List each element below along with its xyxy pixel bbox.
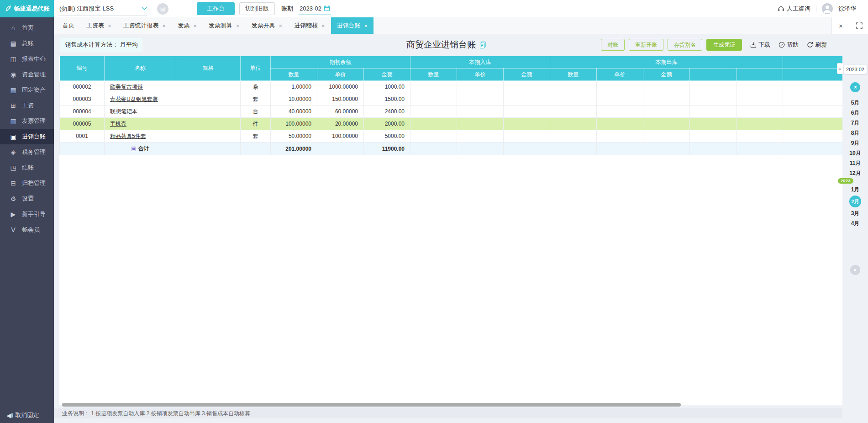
sidebar-item-funds[interactable]: ◉资金管理 [0,67,54,82]
cell-opening-amount: 1500.00 [364,93,410,106]
month-7月[interactable]: 7月 [842,118,868,128]
item-name-link[interactable]: 青花瓷U盘钢笔套装 [110,96,158,102]
fullscreen-button[interactable] [850,17,868,34]
cell-empty [504,106,550,118]
sidebar-item-beginner-guide[interactable]: ▶新手引导 [0,206,54,222]
month-2月[interactable]: 2月 [849,196,861,207]
month-10月[interactable]: 10月 [842,148,868,158]
close-icon[interactable]: × [163,22,166,29]
collapse-rail-button[interactable]: » [837,63,843,74]
close-icon[interactable]: × [364,22,368,29]
help-button[interactable]: ? 帮助 [779,41,799,49]
company-selector[interactable]: (勿删) 江西服宝-LSS [59,2,147,16]
month-6月[interactable]: 6月 [842,108,868,118]
cell-unit: 条 [241,81,271,93]
button-重新开账[interactable]: 重新开账 [629,39,663,51]
clipboard-icon[interactable]: ▤ [157,3,168,15]
sidebar-item-general-ledger[interactable]: ▤总账 [0,36,54,51]
button-存货别名[interactable]: 存货别名 [668,39,702,51]
item-name-link[interactable]: 精品茶具5件套 [110,133,146,139]
cell-opening-qty: 10.00000 [271,93,317,106]
group-header: 本期入库 [410,56,550,69]
company-name: (勿删) 江西服宝-LSS [59,5,138,13]
avatar[interactable] [822,3,833,14]
document-icon[interactable] [479,41,487,49]
sidebar-item-settings[interactable]: ⚙设置 [0,191,54,206]
month-5月[interactable]: 5月 [842,98,868,108]
button-对账[interactable]: 对账 [601,39,625,51]
column-header: 编号 [60,56,105,81]
tab-首页[interactable]: 首页 [57,17,80,34]
cell-unit: 件 [241,118,271,130]
topbar: 畅捷通易代账 (勿删) 江西服宝-LSS ▤ 工作台 切到旧版 账期 2023-… [0,0,868,17]
archive-icon: ⊟ [10,180,17,187]
month-9月[interactable]: 9月 [842,138,868,148]
sidebar-item-tax[interactable]: ◈税务管理 [0,144,54,160]
close-icon[interactable]: × [321,22,325,29]
calendar-icon [324,5,330,11]
cell-empty [457,143,504,155]
guide-icon: ▶ [10,211,17,218]
close-icon[interactable]: × [193,22,197,29]
total-row: ▣合计201.0000011900.00 [60,143,843,155]
month-8月[interactable]: 8月 [842,128,868,138]
cell-opening-qty: 40.00000 [271,106,317,118]
cell-opening-amount: 5000.00 [364,130,410,143]
month-4月[interactable]: 4月 [842,218,868,228]
sidebar-item-fixed-assets[interactable]: ▦固定资产 [0,82,54,98]
cell-empty [457,106,504,118]
workbench-button[interactable]: 工作台 [197,2,235,15]
tab-工资统计报表[interactable]: 工资统计报表× [117,17,172,34]
download-button[interactable]: 下载 [750,41,770,49]
logo-text: 畅捷通易代账 [14,5,50,13]
sidebar-item-closing[interactable]: ◳结账 [0,160,54,175]
cell-empty [410,118,457,130]
item-name-link[interactable]: 手机壳 [110,121,126,127]
support-link[interactable]: 人工咨询 [778,5,810,13]
main-area: 首页工资表×工资统计报表×发票×发票测算×发票开具×进销稽核×进销台账× × 销… [54,17,868,423]
month-1月[interactable]: 1月 [842,185,868,195]
cell-opening-amount: 1000.00 [364,81,410,93]
tab-进销台账[interactable]: 进销台账× [331,17,374,34]
sidebar-item-archive[interactable]: ⊟归档管理 [0,175,54,191]
sidebar-item-report-center[interactable]: ◫报表中心 [0,51,54,67]
month-12月[interactable]: 12月 [842,168,868,178]
cell-spec [176,81,241,93]
tab-发票[interactable]: 发票× [172,17,203,34]
sidebar-item-salary[interactable]: ⊞工资 [0,98,54,113]
close-icon[interactable]: × [108,22,111,29]
item-name-link[interactable]: 欧美复古项链 [110,84,143,90]
refresh-button[interactable]: 刷新 [807,41,827,49]
tab-list: 首页工资表×工资统计报表×发票×发票测算×发票开具×进销稽核×进销台账× [57,17,374,34]
period-selector[interactable]: 2023-02 [299,3,331,15]
help-icon: ? [779,42,785,48]
close-all-tabs-button[interactable]: × [831,17,850,34]
sidebar-item-purchase-sale-ledger[interactable]: ▣进销台账 [0,129,54,144]
horizontal-scrollbar[interactable] [62,403,681,407]
tab-发票测算[interactable]: 发票测算× [203,17,246,34]
unpin-button[interactable]: ◀‖ 取消固定 [0,410,54,421]
cell-empty [457,81,504,93]
scroll-months-down-button[interactable]: » [850,265,860,275]
cell-empty [410,81,457,93]
sidebar-item-invoice[interactable]: ▥发票管理 [0,113,54,129]
scroll-months-up-button[interactable]: » [850,82,860,92]
month-3月[interactable]: 3月 [842,208,868,218]
tab-发票开具[interactable]: 发票开具× [245,17,288,34]
close-icon: × [839,22,843,30]
tab-进销稽核[interactable]: 进销稽核× [288,17,331,34]
close-icon[interactable]: × [279,22,282,29]
switch-old-version-button[interactable]: 切到旧版 [239,2,275,15]
cell-empty [643,93,690,106]
ledger-table: 编号名称规格单位期初余额本期入库本期出库数量单价金额数量单价金额数量单价金额00… [59,56,842,155]
close-icon[interactable]: × [236,22,240,29]
generate-voucher-button[interactable]: 生成凭证 [706,39,742,51]
sidebar-item-home[interactable]: ⌂首页 [0,20,54,36]
tab-工资表[interactable]: 工资表× [80,17,117,34]
month-11月[interactable]: 11月 [842,158,868,168]
sidebar-item-member[interactable]: Ⅴ畅会员 [0,222,54,238]
cell-empty [690,106,736,118]
cell-empty [643,143,690,155]
item-name-link[interactable]: 联想笔记本 [110,108,137,115]
cell-empty [690,93,736,106]
